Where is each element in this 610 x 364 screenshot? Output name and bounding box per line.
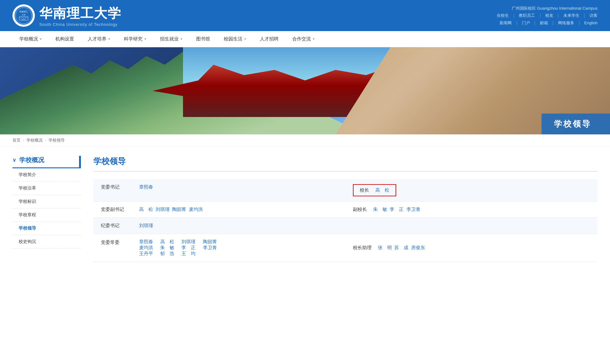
page-content: 学校领导 党委书记 章熙春 校长 高 松 [93,156,598,262]
person-wang-jun[interactable]: 王 均 [181,251,195,256]
person-zhang-xichun-sc[interactable]: 章熙春 [139,239,153,244]
nav-item-talent[interactable]: 人才培养 ▾ [81,31,117,47]
nav-bar: 学校概况 ▾ 机构设置 人才培养 ▾ 科学研究 ▾ 招生就业 ▾ 图书馆 校园生… [0,31,610,47]
nav-item-cooperation[interactable]: 合作交流 ▾ [285,31,321,47]
person-tao-shaojing[interactable]: 陶韶菁 [172,207,186,212]
sidebar-item-leadership[interactable]: 学校领导 [12,222,81,235]
role-vice-president: 副校长 [353,207,367,212]
president-highlighted-box: 校长 高 松 [353,184,396,196]
persons-party-secretary: 章熙春 [132,179,345,202]
chevron-down-icon-6: ▾ [313,37,315,41]
person-liu-qijin-sc[interactable]: 刘琪瑾 [181,239,195,244]
chevron-down-icon-4: ▾ [181,37,182,41]
top-links-row1: 在校生 ｜ 教职员工 ｜ 校友 ｜ 未来学生 ｜ 访客 [497,12,598,19]
link-email[interactable]: 邮箱 [540,21,548,25]
svg-text:大学: 大学 [22,14,26,16]
persons-vice-president: 朱 敏 李 正 李卫青 [373,207,421,212]
sidebar-nav: 学校简介 学校沿革 学校标识 学校章程 学校领导 校史钩沉 [12,168,81,249]
main-content: ∨ 学校概况 学校简介 学校沿革 学校标识 学校章程 学校领导 校史钩沉 学校领… [0,147,610,271]
svg-text:华南理工: 华南理工 [19,11,28,13]
person-zhang-xichun[interactable]: 章熙春 [139,184,153,189]
nav-item-admissions[interactable]: 招生就业 ▾ [153,31,189,47]
persons-standing-committee: 章熙春 高 松 刘琪瑾 陶韶菁 麦均洪 朱 敏 李 正 李卫青 王丹平 郁 浩 [132,234,345,262]
nav-item-hr[interactable]: 人才招聘 [253,31,285,47]
table-row: 党委常委 章熙春 高 松 刘琪瑾 陶韶菁 麦均洪 朱 敏 李 正 李卫青 [93,234,598,262]
person-mai-junhong[interactable]: 麦均洪 [189,207,203,212]
link-portal[interactable]: 门户 [522,21,530,25]
person-li-zheng[interactable]: 李 正 [390,207,404,212]
person-zhu-min-sc[interactable]: 朱 敏 [160,245,174,250]
university-name-en: South China University of Technology [39,22,121,27]
role-party-secretary: 党委书记 [93,179,132,202]
person-tao-shaojing-sc[interactable]: 陶韶菁 [203,239,217,244]
link-faculty[interactable]: 教职员工 [519,13,535,18]
person-zhang-ming[interactable]: 张 明 [378,245,392,250]
person-gao-song-president[interactable]: 高 松 [375,187,389,193]
table-row: 纪委书记 刘琪瑾 [93,218,598,234]
nav-label-admissions: 招生就业 [160,36,179,42]
sidebar-item-intro[interactable]: 学校简介 [12,168,81,182]
university-seal-icon: 华南理工 大学 SCUT [14,6,34,26]
nav-label-org: 机构设置 [55,36,74,42]
logo-area: 华南理工 大学 SCUT 华南理工大学 South China Universi… [12,4,121,27]
role-president: 校长 [360,187,369,193]
person-liu-qijin[interactable]: 刘琪瑾 [156,207,170,212]
person-li-weiqing-sc[interactable]: 李卫青 [203,245,217,250]
persons-discipline-secretary: 刘琪瑾 [132,218,345,234]
sidebar-item-history[interactable]: 学校沿革 [12,182,81,195]
nav-label-hr: 人才招聘 [260,36,279,42]
sidebar-item-chronology[interactable]: 校史钩沉 [12,235,81,249]
role-standing-committee: 党委常委 [93,234,132,262]
chevron-down-icon-2: ▾ [108,37,110,41]
role-discipline-secretary: 纪委书记 [93,218,132,234]
nav-item-library[interactable]: 图书馆 [189,31,217,47]
link-visitors[interactable]: 访客 [589,13,598,18]
person-li-zheng-sc[interactable]: 李 正 [181,245,195,250]
person-wang-danping[interactable]: 王丹平 [139,251,153,256]
person-fang-jundong[interactable]: 房俊东 [411,245,425,250]
sidebar-title-text: 学校概况 [19,156,44,164]
leadership-table: 党委书记 章熙春 校长 高 松 党委副书记 高 松 [93,179,598,262]
role-president-assistant: 校长助理 [353,245,372,250]
svg-text:SCUT: SCUT [22,19,26,20]
person-gao-song-vps[interactable]: 高 松 [139,207,153,212]
person-zhu-min[interactable]: 朱 敏 [373,207,387,212]
breadcrumb-overview[interactable]: 学校概况 [26,138,43,142]
page-title: 学校领导 [93,156,598,172]
breadcrumb-home[interactable]: 首页 [12,138,21,142]
sidebar-item-identity[interactable]: 学校标识 [12,195,81,208]
standing-line3: 王丹平 郁 浩 王 均 [139,251,338,257]
hero-title-text: 学校领导 [554,119,591,128]
nav-item-org[interactable]: 机构设置 [49,31,81,47]
standing-line1: 章熙春 高 松 刘琪瑾 陶韶菁 [139,239,338,245]
person-su-cheng[interactable]: 苏 成 [394,245,408,250]
link-english[interactable]: English [584,21,598,25]
nav-label-cooperation: 合作交流 [292,36,311,42]
hero-title-box: 学校领导 [542,114,610,134]
nav-item-overview[interactable]: 学校概况 ▾ [12,31,49,47]
right-section-president-assistant: 校长助理 张 明 苏 成 房俊东 [345,234,598,262]
logo-text: 华南理工大学 South China University of Technol… [39,5,121,27]
person-li-weiqing[interactable]: 李卫青 [406,207,420,212]
nav-item-campus[interactable]: 校园生活 ▾ [217,31,253,47]
university-name-cn: 华南理工大学 [39,5,121,22]
person-yu-hao[interactable]: 郁 浩 [160,251,174,256]
table-row: 党委副书记 高 松 刘琪瑾 陶韶菁 麦均洪 副校长 朱 敏 李 正 李卫青 [93,202,598,218]
sidebar-item-charter[interactable]: 学校章程 [12,208,81,222]
link-network[interactable]: 网络服务 [558,21,574,25]
person-liu-qijin-ds[interactable]: 刘琪瑾 [139,223,153,228]
nav-label-campus: 校园生活 [224,36,242,42]
link-alumni[interactable]: 校友 [545,13,553,18]
person-mai-junhong-sc[interactable]: 麦均洪 [139,245,153,250]
hero-banner: 学校领导 [0,47,610,134]
link-news[interactable]: 新闻网 [500,21,512,25]
right-section-vice-president: 副校长 朱 敏 李 正 李卫青 [345,202,598,218]
link-future-students[interactable]: 未来学生 [563,13,580,18]
nav-label-research: 科学研究 [124,36,143,42]
person-gao-song-sc[interactable]: 高 松 [160,239,174,244]
logo-circle: 华南理工 大学 SCUT [12,4,35,27]
chevron-down-icon-3: ▾ [144,37,146,41]
breadcrumb: 首页 · 学校概况 · 学校领导 [0,134,610,147]
nav-item-research[interactable]: 科学研究 ▾ [117,31,153,47]
link-students[interactable]: 在校生 [497,13,509,18]
